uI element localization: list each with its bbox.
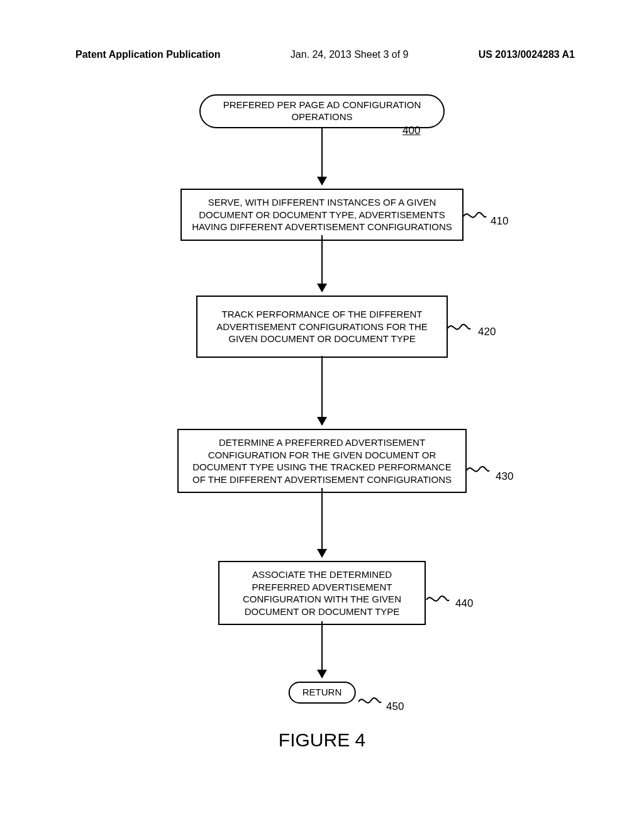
flow-step-440: ASSOCIATE THE DETERMINED PREFERRED ADVER… [218, 561, 426, 625]
arrow-4 [321, 488, 323, 557]
arrow-2 [321, 235, 323, 292]
flow-start-line2: OPERATIONS [214, 111, 430, 123]
ref-420: 420 [478, 326, 496, 338]
header-right: US 2013/0024283 A1 [479, 49, 575, 60]
flow-step-410-text: SERVE, WITH DIFFERENT INSTANCES OF A GIV… [192, 197, 452, 232]
page: Patent Application Publication Jan. 24, … [0, 0, 644, 830]
ref-450: 450 [386, 700, 404, 713]
connector-icon [447, 319, 472, 336]
ref-440: 440 [455, 597, 473, 610]
flow-step-420: TRACK PERFORMANCE OF THE DIFFERENT ADVER… [196, 296, 448, 358]
flow-end-label: RETURN [303, 687, 342, 697]
flow-start: PREFERED PER PAGE AD CONFIGURATION OPERA… [199, 94, 445, 128]
page-header: Patent Application Publication Jan. 24, … [0, 49, 644, 60]
header-mid: Jan. 24, 2013 Sheet 3 of 9 [291, 49, 409, 60]
flow-step-420-text: TRACK PERFORMANCE OF THE DIFFERENT ADVER… [216, 309, 428, 344]
ref-400: 400 [402, 124, 420, 137]
flowchart: PREFERED PER PAGE AD CONFIGURATION OPERA… [0, 88, 644, 799]
ref-430: 430 [496, 470, 513, 483]
flow-step-410: SERVE, WITH DIFFERENT INSTANCES OF A GIV… [180, 189, 464, 241]
flow-step-430-text: DETERMINE A PREFERRED ADVERTISEMENT CONF… [192, 437, 452, 485]
figure-caption: FIGURE 4 [279, 729, 365, 751]
connector-icon [465, 462, 491, 478]
ref-410: 410 [491, 215, 508, 228]
flow-end: RETURN [289, 682, 356, 704]
arrow-3 [321, 356, 323, 425]
arrow-5 [321, 621, 323, 678]
flow-step-430: DETERMINE A PREFERRED ADVERTISEMENT CONF… [177, 429, 467, 493]
flow-start-line1: PREFERED PER PAGE AD CONFIGURATION [214, 99, 430, 111]
header-left: Patent Application Publication [75, 49, 221, 60]
arrow-1 [321, 128, 323, 185]
connector-icon [462, 208, 487, 224]
flow-step-440-text: ASSOCIATE THE DETERMINED PREFERRED ADVER… [243, 569, 401, 617]
connector-icon [357, 693, 382, 709]
connector-icon [425, 591, 450, 607]
